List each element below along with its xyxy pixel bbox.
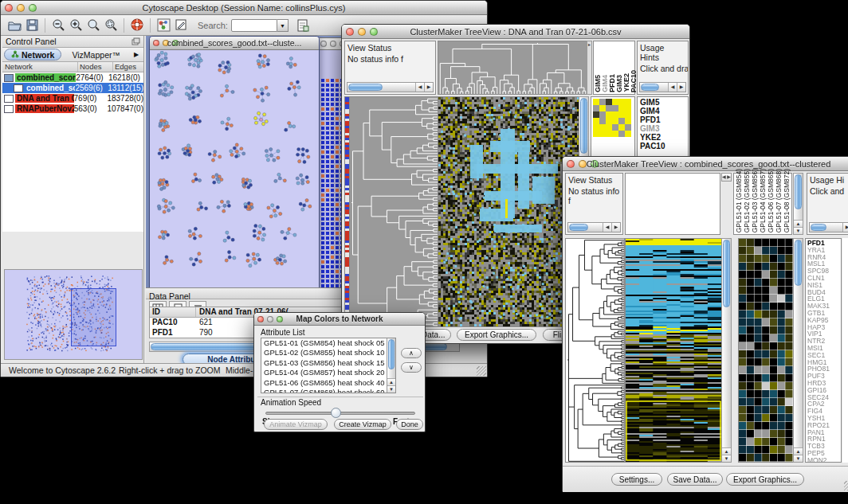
tv2-col-scroll-arrows[interactable]: ◀ ▶ xyxy=(721,173,732,182)
edge-count: 13112(15) xyxy=(108,84,143,92)
column-label: GPL51-03 (GSM856) xyxy=(751,169,759,232)
network-row[interactable]: combined_scores2764(0)16218(0) xyxy=(2,72,143,83)
tv1-col-scroll-arrows[interactable]: ▸ xyxy=(587,41,592,95)
node-count: 563(0) xyxy=(74,104,108,113)
edge-count: 183728(0) xyxy=(107,94,143,103)
network-row[interactable]: DNA and Tran 07769(0)183728(0) xyxy=(2,93,143,104)
map-colors-dialog: Map Colors to Network Attribute List GPL… xyxy=(253,312,426,432)
treeview1-title: ClusterMaker TreeView : DNA and Tran 07-… xyxy=(342,27,689,37)
attribute-list-label: Attribute List xyxy=(261,328,305,337)
scroll-down-icon: ▼ xyxy=(794,227,803,234)
control-panel-title: Control Panel xyxy=(2,37,57,46)
attribute-item[interactable]: GPL51-01 (GSM854) heat shock 05 min xyxy=(261,338,387,348)
network-row[interactable]: RNAPuberNov2+563(0)107847(0) xyxy=(2,104,143,114)
treeview2-window: ClusterMaker TreeView : combined_scores_… xyxy=(562,156,848,492)
dialog-titlebar[interactable]: Map Colors to Network xyxy=(254,313,425,326)
tv2-button-bar: Settings...Save Data...Export Graphics..… xyxy=(563,466,848,492)
tab-network[interactable]: Network xyxy=(4,49,61,61)
tv2-row-dendrogram[interactable] xyxy=(565,238,625,463)
tv1-column-labels[interactable]: GIM5GIM4PFD1GIM3YKE2PAC10 xyxy=(593,41,635,95)
tv2-collabel-vscrollbar[interactable]: ▲ ▼ xyxy=(793,173,803,235)
treeview1-titlebar[interactable]: ClusterMaker TreeView : DNA and Tran 07-… xyxy=(342,25,689,39)
network-view-titlebar[interactable]: combined_scores_good.txt--cluste... xyxy=(150,37,319,50)
search-dropdown-icon[interactable]: ▼ xyxy=(277,19,289,32)
attribute-item[interactable]: GPL51-06 (GSM865) heat shock 40 min xyxy=(261,378,387,388)
zoom-fit-icon[interactable] xyxy=(84,18,102,33)
vizmapper-icon[interactable] xyxy=(155,18,172,33)
float-panel-icon[interactable] xyxy=(132,34,140,49)
scroll-left-icon: ◀ xyxy=(415,83,424,92)
attribute-list[interactable]: GPL51-01 (GSM854) heat shock 05 minGPL51… xyxy=(261,338,396,393)
settings-button[interactable]: Settings... xyxy=(611,473,662,486)
attribute-item[interactable]: GPL51-04 (GSM857) heat shock 20 min xyxy=(261,368,387,377)
treeview2-title: ClusterMaker TreeView : combined_scores_… xyxy=(563,159,848,169)
zoom-out-icon[interactable] xyxy=(49,18,67,33)
move-up-button[interactable]: ∧ xyxy=(401,348,422,358)
save-icon[interactable] xyxy=(23,18,41,33)
minimize-icon[interactable] xyxy=(330,41,336,47)
open-file-icon[interactable] xyxy=(6,18,23,33)
gene-label[interactable]: PFD1 xyxy=(638,115,688,124)
tv1-usage-hscrollbar[interactable]: ◀▶ xyxy=(639,82,686,92)
move-down-button[interactable]: ∨ xyxy=(401,362,422,373)
node-count: 2764(0) xyxy=(76,73,108,82)
gene-label[interactable]: PAC10 xyxy=(638,142,688,150)
column-label: GPL51-07 (GSM868) xyxy=(775,169,783,232)
close-icon[interactable] xyxy=(320,41,327,47)
tv2-heatmap[interactable] xyxy=(625,238,722,463)
attribute-list-vscrollbar[interactable]: ▲ ▼ xyxy=(387,338,395,393)
tv1-heatmap[interactable] xyxy=(438,96,579,327)
node-count: 2569(6) xyxy=(75,84,108,92)
save-data-button[interactable]: Save Data... xyxy=(667,473,723,486)
tv2-zoom-vscrollbar[interactable]: ▲ ▼ xyxy=(793,238,803,463)
resize-grip[interactable] xyxy=(477,366,486,376)
search-input[interactable] xyxy=(231,19,277,32)
gene-label[interactable]: GIM4 xyxy=(638,107,688,115)
tv2-gene-list[interactable]: PFD1YRA1RNR4MSL1SPC98CLN1NIS1BUD4ELG1MAK… xyxy=(805,238,842,463)
gene-label[interactable]: GIM5 xyxy=(638,98,688,107)
help-lifesaver-icon[interactable] xyxy=(128,18,146,33)
annotation-icon[interactable] xyxy=(172,18,190,33)
gene-label[interactable]: GIM3 xyxy=(638,124,688,133)
tv2-column-labels[interactable]: GPL51-01 (GSM854)GPL51-02 (GSM855)GPL51-… xyxy=(733,173,792,235)
network-tab-icon xyxy=(11,50,19,60)
slider-thumb[interactable] xyxy=(331,408,341,418)
tv2-column-dendrogram[interactable] xyxy=(625,173,720,235)
tab-vizmapper[interactable]: VizMapper™ xyxy=(61,50,131,60)
resize-grip[interactable] xyxy=(844,481,848,490)
tv1-status-hscrollbar[interactable]: ◀▶ xyxy=(347,82,434,92)
tv1-column-dendrogram[interactable] xyxy=(438,41,587,95)
import-table-icon[interactable] xyxy=(295,18,312,33)
attribute-item[interactable]: GPL51-03 (GSM856) heat shock 15 min xyxy=(261,358,387,368)
export-graphics-button[interactable]: Export Graphics... xyxy=(457,329,536,341)
attribute-item[interactable]: GPL51-07 (GSM868) heat shock 60 min xyxy=(261,388,387,393)
tv1-usage-hints-panel: Usage Hints Click and drag tc ◀▶ xyxy=(637,41,689,95)
tab-overflow-icon[interactable]: ▶ xyxy=(131,51,142,58)
zoom-selected-icon[interactable] xyxy=(102,18,120,33)
create-vizmap-button[interactable]: Create Vizmap xyxy=(334,419,391,430)
tv2-zoom-heatmap[interactable] xyxy=(738,238,794,463)
attribute-item[interactable]: GPL51-02 (GSM855) heat shock 10 min xyxy=(261,348,387,357)
column-label: GPL51-08 (GSM872) xyxy=(783,169,791,232)
usage-hints-text: Click and xyxy=(807,186,848,197)
tv2-status-hscrollbar[interactable]: ◀▶ xyxy=(567,222,621,232)
zoom-in-icon[interactable] xyxy=(67,18,84,33)
network-overview-panel[interactable] xyxy=(4,269,143,360)
done-button[interactable]: Done xyxy=(396,419,423,430)
gene-label[interactable]: MON2 xyxy=(806,457,841,463)
network-table-body[interactable]: combined_scores2764(0)16218(0)combined_s… xyxy=(2,72,143,232)
view-status-text: No status info f xyxy=(345,54,435,65)
animate-vizmap-button[interactable]: Animate Vizmap xyxy=(264,419,328,430)
tv2-right-filler xyxy=(842,238,848,463)
tv2-heatmap-vscrollbar[interactable]: ▲ ▼ xyxy=(721,238,732,463)
network-view-title: combined_scores_good.txt--cluste... xyxy=(150,38,319,48)
animation-speed-label: Animation Speed xyxy=(261,398,321,407)
treeview2-titlebar[interactable]: ClusterMaker TreeView : combined_scores_… xyxy=(563,157,848,171)
export-graphics-button[interactable]: Export Graphics... xyxy=(726,473,804,486)
tv1-row-dendrogram[interactable] xyxy=(349,96,438,327)
gene-label[interactable]: YKE2 xyxy=(638,133,688,142)
network-row[interactable]: combined_sco2569(6)13112(15) xyxy=(2,83,143,93)
main-titlebar[interactable]: Cytoscape Desktop (Session Name: collins… xyxy=(1,1,487,15)
network-canvas[interactable] xyxy=(151,51,318,288)
tv2-usage-hscrollbar[interactable]: ▶ xyxy=(809,222,848,232)
